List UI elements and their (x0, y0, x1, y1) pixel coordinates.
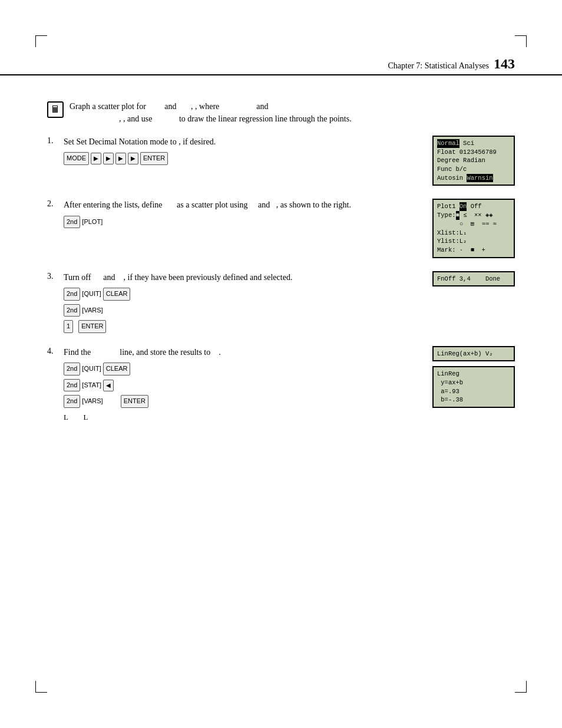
key-arrow-l-4b: ◀ (103, 380, 114, 391)
screen-4b-line-2: y=ax+b (437, 378, 510, 387)
step-4-content: Find the line, and store the results to … (64, 346, 421, 424)
step-3-keys-line1: 2nd [QUIT] CLEAR (64, 288, 421, 301)
step-2-number: 2. (47, 199, 64, 209)
step-4-keys-line3: 2nd [VARS] ENTER (64, 395, 421, 408)
intro-row: Graph a scatter plot for and , , where a… (47, 100, 515, 125)
step-2-keys: 2nd [PLOT] (64, 216, 421, 229)
page-header: Chapter 7: Statistical Analyses 143 (0, 56, 562, 75)
step-1-screen: Normal Sci Float 0123456789 Degree Radia… (432, 136, 515, 186)
calc-screen-2: Plot1 On Off Type:■ ≤ ×× ◈◈ ○ ⊞ ≈≈ ≈ Xli… (432, 199, 515, 258)
chapter-title: Chapter 7: Statistical Analyses (388, 61, 489, 71)
key-stat-bracket-4b: [STAT] (82, 380, 101, 391)
step-3-content: Turn off and , if they have been previou… (64, 271, 421, 333)
screen-1-line-5: Autosin Warnsin (437, 174, 510, 183)
screen-1-line-4: Func b/c (437, 165, 510, 174)
key-arrow-r3: ▶ (115, 153, 126, 164)
screen-2-line-6: Mark: · ■ + (437, 246, 510, 255)
step-3-number: 3. (47, 271, 64, 281)
intro-text1: Graph a scatter plot for (70, 102, 146, 111)
key-2nd-4a: 2nd (64, 363, 80, 375)
step-4-keys-line2: 2nd [STAT] ◀ (64, 379, 421, 392)
step-4-text: Find the line, and store the results to … (64, 346, 421, 359)
step-2-content: After entering the lists, define as a sc… (64, 199, 421, 228)
key-2nd-3b: 2nd (64, 304, 80, 317)
calc-screen-4a: LinReg(ax+b) V₂ (432, 346, 515, 362)
key-plot-bracket: [PLOT] (82, 217, 103, 228)
step-1-keys: MODE ▶ ▶ ▶ ▶ ENTER (64, 152, 421, 165)
step-1-text: Set Set Decimal Notation mode to , if de… (64, 136, 421, 149)
intro-text6: to draw the linear regression line throu… (179, 114, 352, 123)
screen-4b-line-1: LinReg (437, 370, 510, 378)
screen-4b-line-4: b=-.38 (437, 396, 510, 404)
step-3-screen: FnOff 3,4 Done (432, 271, 515, 287)
key-arrow-r2: ▶ (103, 153, 114, 164)
screen-2-line-4: Xlist:L₁ (437, 229, 510, 238)
page-number: 143 (494, 56, 515, 72)
step-1: 1. Set Set Decimal Notation mode to , if… (47, 136, 515, 186)
key-2nd-3a: 2nd (64, 288, 80, 301)
intro-text: Graph a scatter plot for and , , where a… (70, 100, 352, 125)
step-2-screen: Plot1 On Off Type:■ ≤ ×× ◈◈ ○ ⊞ ≈≈ ≈ Xli… (432, 199, 515, 258)
step-4-number: 4. (47, 346, 64, 356)
screen-4a-line-1: LinReg(ax+b) V₂ (437, 350, 510, 358)
corner-mark-bl (35, 681, 47, 693)
step-4-l-notation: L L (64, 411, 421, 424)
steps-container: 1. Set Set Decimal Notation mode to , if… (47, 136, 515, 424)
step-1-number: 1. (47, 136, 64, 146)
screen-2-line-5: Ylist:L₂ (437, 237, 510, 246)
key-enter-3c: ENTER (78, 320, 106, 333)
step-4-screens: LinReg(ax+b) V₂ LinReg y=ax+b a=.93 b=-.… (432, 346, 515, 408)
key-quit-bracket-4a: [QUIT] (82, 364, 101, 374)
screen-2-line-2: Type:■ ≤ ×× ◈◈ (437, 211, 510, 220)
step-1-content: Set Set Decimal Notation mode to , if de… (64, 136, 421, 165)
intro-text4: and (256, 102, 268, 111)
key-2nd-4b: 2nd (64, 379, 80, 392)
calc-screen-3: FnOff 3,4 Done (432, 271, 515, 287)
calculator-icon (47, 101, 64, 118)
screen-1-line-1: Normal Sci (437, 139, 510, 148)
corner-mark-tr (515, 35, 527, 47)
key-quit-bracket-3a: [QUIT] (82, 289, 101, 299)
intro-text3: , where (195, 102, 219, 111)
screen-3-line-1: FnOff 3,4 Done (437, 275, 510, 284)
key-enter-1: ENTER (140, 152, 168, 165)
key-arrow-r1: ▶ (91, 153, 101, 164)
screen-1-line-3: Degree Radian (437, 156, 510, 165)
calc-screen-4b: LinReg y=ax+b a=.93 b=-.38 (432, 366, 515, 408)
step-3: 3. Turn off and , if they have been prev… (47, 271, 515, 333)
key-vars-bracket-3b: [VARS] (82, 305, 103, 316)
intro-text5: , and use (123, 114, 152, 123)
step-2-text: After entering the lists, define as a sc… (64, 199, 421, 212)
key-enter-4c: ENTER (121, 395, 148, 408)
corner-mark-br (515, 681, 527, 693)
decimal-notation-label: Set Decimal Notation mode to , if desire… (76, 137, 216, 146)
screen-1-line-2: Float 0123456789 (437, 148, 510, 157)
step-4: 4. Find the line, and store the results … (47, 346, 515, 424)
step-3-text: Turn off and , if they have been previou… (64, 271, 421, 284)
main-content: Graph a scatter plot for and , , where a… (47, 85, 515, 437)
intro-text2: and (164, 102, 176, 111)
screen-2-line-1: Plot1 On Off (437, 202, 510, 211)
key-mode: MODE (64, 152, 89, 165)
step-3-keys-line2: 2nd [VARS] (64, 304, 421, 317)
key-1-3c: 1 (64, 320, 73, 333)
key-clear-3a: CLEAR (103, 288, 131, 301)
step-2: 2. After entering the lists, define as a… (47, 199, 515, 258)
step-4-screen-row: LinReg(ax+b) V₂ LinReg y=ax+b a=.93 b=-.… (432, 346, 515, 408)
key-clear-4a: CLEAR (103, 363, 131, 375)
screen-2-line-3: ○ ⊞ ≈≈ ≈ (437, 220, 510, 229)
screen-4b-line-3: a=.93 (437, 387, 510, 396)
key-arrow-r4: ▶ (128, 153, 138, 164)
key-2nd-4c: 2nd (64, 395, 80, 408)
step-4-keys-line1: 2nd [QUIT] CLEAR (64, 363, 421, 375)
step-3-keys-line3: 1 ENTER (64, 320, 421, 333)
corner-mark-tl (35, 35, 47, 47)
key-2nd-2: 2nd (64, 216, 80, 229)
calc-screen-1: Normal Sci Float 0123456789 Degree Radia… (432, 136, 515, 186)
key-vars-bracket-4c: [VARS] (82, 396, 103, 407)
